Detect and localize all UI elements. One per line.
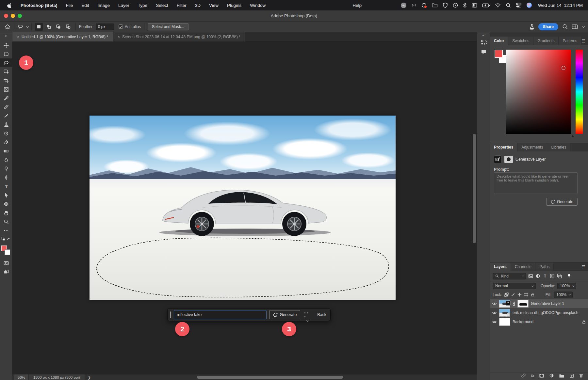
crop-tool[interactable] — [0, 76, 12, 85]
apple-menu-icon[interactable] — [7, 3, 12, 8]
home-icon[interactable] — [5, 24, 10, 30]
select-and-mask-button[interactable]: Select and Mask... — [148, 23, 188, 30]
menu-item-window[interactable]: Window — [250, 3, 266, 8]
siri-icon[interactable] — [527, 3, 532, 8]
tab-adjustments[interactable]: Adjustments — [517, 143, 547, 151]
lasso-tool-preset-icon[interactable] — [17, 24, 24, 29]
filter-image-icon[interactable] — [528, 274, 533, 278]
menu-item-file[interactable]: File — [66, 3, 73, 8]
menu-item-edit[interactable]: Edit — [81, 3, 89, 8]
layer-row-generative[interactable]: Generative Layer 1 — [490, 299, 588, 308]
clone-stamp-tool[interactable] — [0, 120, 12, 129]
visibility-eye-icon[interactable] — [492, 320, 497, 324]
more-tools-button[interactable] — [0, 226, 12, 235]
pen-tool[interactable] — [0, 173, 12, 182]
layer-thumbnail[interactable] — [499, 318, 510, 326]
tab-libraries[interactable]: Libraries — [547, 143, 570, 151]
window-manager-status-icon[interactable] — [472, 3, 477, 8]
foreground-color-swatch[interactable] — [495, 50, 503, 58]
layer-thumbnail[interactable] — [499, 300, 510, 308]
hue-slider[interactable] — [576, 50, 583, 134]
menu-item-3d[interactable]: 3D — [195, 3, 201, 8]
eraser-tool[interactable] — [0, 138, 12, 147]
layer-mask-thumbnail[interactable] — [504, 156, 513, 163]
document-tab-screenshot[interactable]: × Screen Shot 2023-06-14 at 12.04.48 PM.… — [113, 32, 245, 41]
comments-panel-icon[interactable] — [477, 47, 490, 57]
dodge-tool[interactable] — [0, 164, 12, 173]
menu-item-help[interactable]: Help — [352, 3, 362, 8]
prompt-textarea[interactable] — [494, 172, 578, 194]
menu-item-layer[interactable]: Layer — [118, 3, 129, 8]
canvas-area[interactable]: Generate • • • Back — [12, 41, 477, 374]
filter-adjustment-icon[interactable] — [535, 274, 540, 278]
tab-swatches[interactable]: Swatches — [508, 37, 533, 45]
filter-kind-dropdown[interactable]: Kind — [493, 273, 526, 279]
adjustment-layer-icon[interactable] — [549, 373, 554, 378]
intersect-selection-mode-button[interactable] — [64, 23, 72, 31]
tab-paths[interactable]: Paths — [535, 262, 554, 271]
menu-item-image[interactable]: Image — [98, 3, 110, 8]
drag-handle[interactable] — [170, 311, 171, 318]
new-group-icon[interactable] — [559, 373, 564, 378]
background-color-swatch[interactable] — [5, 249, 10, 255]
mask-link-icon[interactable] — [513, 301, 515, 306]
screen-mode-button[interactable] — [0, 267, 12, 276]
filter-type-icon[interactable]: T — [543, 274, 547, 278]
history-brush-tool[interactable] — [0, 129, 12, 138]
tab-channels[interactable]: Channels — [511, 262, 536, 271]
add-mask-icon[interactable] — [539, 373, 544, 378]
record-status-icon[interactable] — [421, 3, 427, 8]
version-history-panel-icon[interactable] — [477, 38, 490, 47]
frame-tool[interactable] — [0, 85, 12, 94]
document-tab-untitled[interactable]: × Untitled-1 @ 100% (Generative Layer 1,… — [12, 32, 113, 41]
new-layer-icon[interactable] — [569, 373, 574, 378]
vertical-scrollbar[interactable] — [473, 134, 476, 243]
menu-item-view[interactable]: View — [209, 3, 219, 8]
collapse-panels-icon[interactable]: « — [477, 32, 490, 38]
tab-color[interactable]: Color — [490, 37, 508, 45]
lasso-tool[interactable] — [0, 58, 12, 67]
brush-tool[interactable] — [0, 111, 12, 120]
menu-bar-clock[interactable]: Wed Jun 14 12:14 PM — [538, 3, 583, 8]
share-button[interactable]: Share — [538, 23, 558, 30]
hand-tool[interactable] — [0, 208, 12, 217]
close-tab-icon[interactable]: × — [17, 35, 19, 39]
lock-pixels-icon[interactable] — [511, 293, 515, 297]
search-icon[interactable] — [562, 24, 568, 29]
generate-button[interactable]: Generate — [269, 310, 300, 319]
menu-item-select[interactable]: Select — [156, 3, 168, 8]
color-picker-handle[interactable] — [562, 66, 565, 70]
panel-menu-icon[interactable]: ☰ — [581, 264, 585, 269]
shape-tool[interactable] — [0, 199, 12, 208]
control-center-icon[interactable] — [516, 3, 522, 8]
up-status-icon[interactable]: Up — [401, 3, 406, 8]
feather-input[interactable] — [96, 24, 114, 30]
link-layers-icon[interactable] — [521, 373, 526, 378]
layer-mask-thumbnail[interactable] — [517, 300, 529, 308]
menu-item-plugins[interactable]: Plugins — [227, 3, 241, 8]
opacity-value-dropdown[interactable]: 100% — [557, 283, 576, 289]
beta-flask-icon[interactable] — [529, 24, 534, 30]
horizontal-scrollbar[interactable] — [197, 376, 343, 379]
visibility-eye-icon[interactable] — [492, 310, 497, 315]
battery-status-icon[interactable] — [482, 3, 490, 8]
type-tool[interactable]: T — [0, 182, 12, 191]
zoom-level[interactable]: 50% — [14, 374, 29, 380]
filter-smart-object-icon[interactable] — [557, 274, 562, 278]
bluetooth-status-icon[interactable] — [463, 3, 467, 8]
subtract-from-selection-mode-button[interactable] — [55, 23, 62, 31]
delete-layer-icon[interactable] — [579, 373, 583, 378]
toolbar-collapse-icon[interactable]: » — [5, 32, 7, 41]
quick-mask-mode-button[interactable] — [0, 259, 12, 267]
panel-menu-icon[interactable]: ☰ — [581, 39, 585, 43]
panel-resize-nub[interactable] — [572, 135, 574, 137]
menu-item-filter[interactable]: Filter — [177, 3, 187, 8]
visibility-eye-icon[interactable] — [492, 301, 497, 306]
workspace-chevron-icon[interactable] — [582, 24, 585, 28]
saturation-brightness-field[interactable] — [506, 50, 571, 134]
new-selection-mode-button[interactable] — [35, 23, 43, 31]
filter-shape-icon[interactable] — [550, 274, 555, 278]
tab-layers[interactable]: Layers — [490, 262, 511, 271]
document-image[interactable] — [90, 116, 396, 300]
layer-styles-fx-icon[interactable]: fx — [531, 373, 534, 378]
